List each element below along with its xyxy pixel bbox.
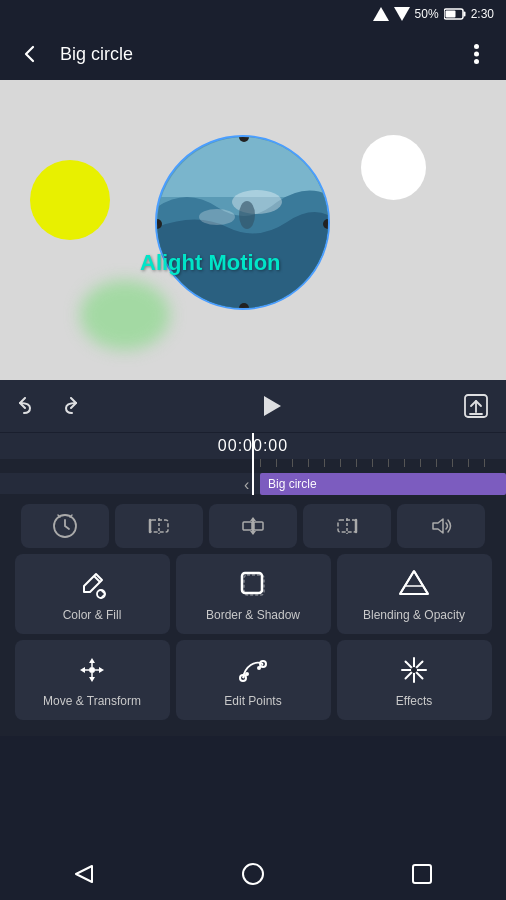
edit-points-icon [235, 652, 271, 688]
color-fill-icon [74, 566, 110, 602]
effects-label: Effects [396, 694, 432, 708]
clip-label: Big circle [268, 477, 317, 491]
svg-point-6 [474, 52, 479, 57]
border-shadow-label: Border & Shadow [206, 608, 300, 622]
export-button[interactable] [462, 392, 490, 420]
svg-marker-25 [250, 517, 256, 521]
volume-button[interactable] [397, 504, 485, 548]
video-circle[interactable] [155, 135, 330, 310]
battery-icon [444, 8, 466, 20]
color-fill-button[interactable]: Color & Fill [15, 554, 170, 634]
svg-point-5 [474, 44, 479, 49]
nav-back-button[interactable] [60, 850, 108, 898]
border-shadow-icon [235, 566, 271, 602]
tools-row-1 [8, 504, 498, 548]
handle-right [323, 219, 330, 229]
svg-rect-22 [243, 522, 252, 530]
svg-marker-56 [76, 866, 92, 882]
handle-bottom [239, 303, 249, 310]
svg-line-35 [400, 571, 414, 594]
svg-point-55 [411, 667, 417, 673]
nav-recent-button[interactable] [398, 850, 446, 898]
svg-rect-10 [157, 137, 330, 197]
edit-points-button[interactable]: Edit Points [176, 640, 331, 720]
speed-button[interactable] [21, 504, 109, 548]
timeline-controls [0, 380, 506, 432]
svg-point-50 [257, 666, 261, 670]
time-text: 2:30 [471, 7, 494, 21]
svg-line-36 [414, 571, 428, 594]
svg-point-49 [245, 672, 249, 676]
split-button[interactable] [209, 504, 297, 548]
page-title: Big circle [60, 44, 446, 65]
svg-rect-4 [445, 11, 455, 18]
svg-point-12 [199, 209, 235, 225]
back-button[interactable] [12, 36, 48, 72]
border-shadow-button[interactable]: Border & Shadow [176, 554, 331, 634]
blending-opacity-label: Blending & Opacity [363, 608, 465, 622]
more-button[interactable] [458, 36, 494, 72]
svg-marker-14 [264, 396, 281, 416]
redo-button[interactable] [56, 394, 80, 418]
undo-button[interactable] [16, 394, 40, 418]
trim-end-button[interactable] [303, 504, 391, 548]
clip-bar[interactable]: Big circle [260, 473, 506, 495]
svg-point-31 [97, 590, 105, 598]
battery-text: 50% [415, 7, 439, 21]
svg-marker-0 [373, 7, 389, 21]
edit-points-label: Edit Points [224, 694, 281, 708]
svg-point-57 [243, 864, 263, 884]
watermark-text: Alight Motion [140, 250, 281, 276]
svg-point-13 [239, 201, 255, 229]
wifi-icon [394, 7, 410, 21]
canvas-area: Alight Motion [0, 80, 506, 380]
svg-point-38 [89, 667, 95, 673]
nav-home-button[interactable] [229, 850, 277, 898]
svg-rect-3 [463, 12, 465, 17]
svg-point-7 [474, 59, 479, 64]
playhead [252, 433, 254, 495]
color-fill-label: Color & Fill [63, 608, 122, 622]
yellow-circle [30, 160, 110, 240]
svg-marker-34 [400, 571, 428, 594]
trim-start-button[interactable] [115, 504, 203, 548]
tools-section: Color & Fill Border & Shadow [0, 494, 506, 736]
effects-icon [396, 652, 432, 688]
svg-marker-30 [433, 519, 443, 533]
effects-button[interactable]: Effects [337, 640, 492, 720]
timeline-area: 00:00:00 ‹ Big circle [0, 432, 506, 494]
play-button[interactable] [250, 385, 292, 427]
move-transform-button[interactable]: Move & Transform [15, 640, 170, 720]
status-bar: 50% 2:30 [0, 0, 506, 28]
clip-scroll-button[interactable]: ‹ [244, 476, 249, 494]
move-transform-label: Move & Transform [43, 694, 141, 708]
white-circle [361, 135, 426, 200]
svg-rect-23 [254, 522, 263, 530]
move-transform-icon [74, 652, 110, 688]
svg-marker-1 [394, 7, 410, 21]
tools-row-2: Color & Fill Border & Shadow [8, 554, 498, 634]
blending-opacity-icon [396, 566, 432, 602]
signal-icon [373, 7, 389, 21]
svg-marker-26 [250, 531, 256, 535]
top-bar: Big circle [0, 28, 506, 80]
blending-opacity-button[interactable]: Blending & Opacity [337, 554, 492, 634]
svg-rect-58 [413, 865, 431, 883]
bottom-nav [0, 848, 506, 900]
tools-row-3: Move & Transform Edit Points [8, 640, 498, 720]
